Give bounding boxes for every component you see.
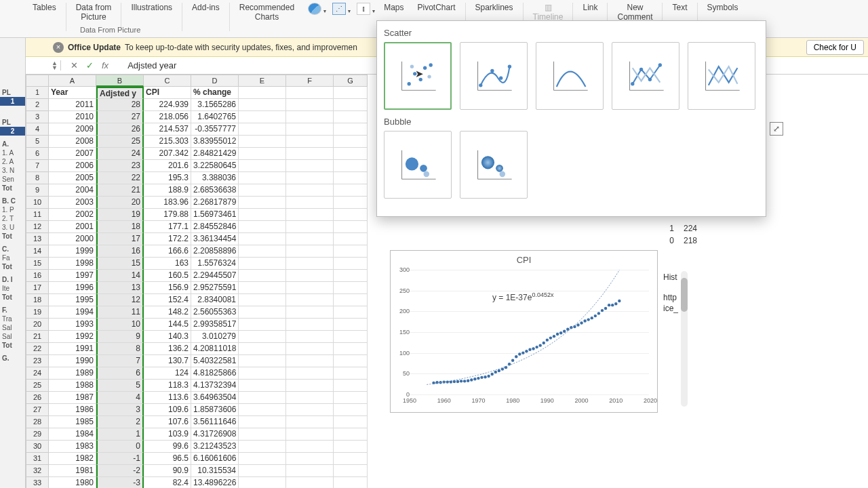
cell[interactable]: 4.31726908 [191,428,239,441]
enter-icon[interactable]: ✓ [86,60,94,70]
cell[interactable] [286,270,334,282]
cell[interactable] [239,197,286,209]
cell[interactable]: Adjsted y [96,87,144,99]
check-updates-button[interactable]: Check for U [806,40,864,55]
cell[interactable] [286,355,334,367]
cell[interactable]: 10.315534 [191,465,239,477]
cell[interactable] [334,367,368,380]
cell[interactable] [239,441,286,453]
cell[interactable]: 2009 [49,123,96,136]
cell[interactable]: 8 [96,343,144,355]
cell[interactable] [334,99,368,111]
cell[interactable]: 5 [96,380,144,392]
cell[interactable]: 177.1 [144,221,191,233]
combo-chart-icon[interactable]: ⫿ [357,3,370,15]
cell[interactable]: 2.84821429 [191,148,239,160]
cell[interactable]: 224.939 [144,99,191,111]
row-header[interactable]: 7 [26,160,49,172]
cell[interactable]: -2 [96,465,144,477]
row-header[interactable]: 11 [26,209,49,221]
row-header[interactable]: 31 [26,453,49,465]
cell[interactable]: 2.95275591 [191,282,239,294]
cell[interactable] [239,111,286,123]
cell[interactable]: 1999 [49,245,96,258]
cell[interactable]: 144.5 [144,319,191,331]
cell[interactable]: 99.6 [144,441,191,453]
row-header[interactable]: 30 [26,441,49,453]
cell[interactable] [334,282,368,294]
cell[interactable] [334,184,368,197]
cell[interactable] [239,343,286,355]
cell[interactable] [334,172,368,184]
pie-chart-icon[interactable] [308,3,321,15]
cell[interactable]: 10 [96,319,144,331]
cell[interactable]: 1993 [49,319,96,331]
cell[interactable]: 107.6 [144,416,191,428]
cpi-chart[interactable]: CPI 050100150200250300 19501960197019801… [390,250,658,413]
cell[interactable]: 3.1565286 [191,99,239,111]
cell[interactable]: 13.4896226 [191,477,239,488]
close-icon[interactable]: × [53,42,64,53]
cell[interactable] [239,380,286,392]
row-header[interactable]: 21 [26,331,49,343]
cell[interactable] [286,245,334,258]
ribbon-link[interactable]: Link [576,0,604,12]
cell[interactable]: 1994 [49,306,96,319]
cell[interactable]: 183.96 [144,197,191,209]
row-header[interactable]: 18 [26,294,49,306]
cell[interactable] [286,209,334,221]
cell[interactable]: 172.2 [144,233,191,245]
row-header[interactable]: 16 [26,270,49,282]
cell[interactable]: 1.56973461 [191,209,239,221]
row-header[interactable]: 13 [26,233,49,245]
cell[interactable] [286,453,334,465]
cell[interactable]: Year [49,87,96,99]
cell[interactable] [286,282,334,294]
row-header[interactable]: 5 [26,136,49,148]
cell[interactable] [286,367,334,380]
cell[interactable]: -3 [96,477,144,488]
cell[interactable]: % change [191,87,239,99]
row-header[interactable]: 29 [26,428,49,441]
cell[interactable] [286,319,334,331]
cell[interactable]: 2000 [49,233,96,245]
cell[interactable]: 27 [96,111,144,123]
cell[interactable] [286,428,334,441]
cell[interactable]: 1989 [49,367,96,380]
cell[interactable] [239,172,286,184]
cell[interactable]: 118.3 [144,380,191,392]
cell[interactable] [286,477,334,488]
cell[interactable] [334,416,368,428]
cell[interactable]: 96.5 [144,453,191,465]
cell[interactable] [286,136,334,148]
cell[interactable]: 1986 [49,404,96,416]
cell[interactable]: 7 [96,355,144,367]
cell[interactable] [286,148,334,160]
cell[interactable] [334,197,368,209]
cell[interactable] [286,404,334,416]
cell[interactable]: 3.83955012 [191,136,239,148]
cell[interactable]: 0 [96,441,144,453]
cell[interactable] [239,233,286,245]
ribbon-tables[interactable]: Tables [26,0,63,12]
cell[interactable]: 2005 [49,172,96,184]
cell[interactable]: 152.4 [144,294,191,306]
cell[interactable]: 160.5 [144,270,191,282]
col-header-G[interactable]: G [334,75,368,87]
cell[interactable] [239,99,286,111]
cell[interactable] [239,319,286,331]
cell[interactable]: 4 [96,392,144,404]
cell[interactable] [334,306,368,319]
cell[interactable] [239,392,286,404]
cell[interactable]: 3.388036 [191,172,239,184]
row-header[interactable]: 4 [26,123,49,136]
cell[interactable] [239,123,286,136]
cell[interactable]: 1988 [49,380,96,392]
cell[interactable]: 103.9 [144,428,191,441]
cell[interactable]: 1997 [49,270,96,282]
row-header[interactable]: 20 [26,319,49,331]
cell[interactable]: 2003 [49,197,96,209]
cell[interactable]: 15 [96,258,144,270]
cell[interactable]: 3.56111646 [191,416,239,428]
cell[interactable] [334,160,368,172]
